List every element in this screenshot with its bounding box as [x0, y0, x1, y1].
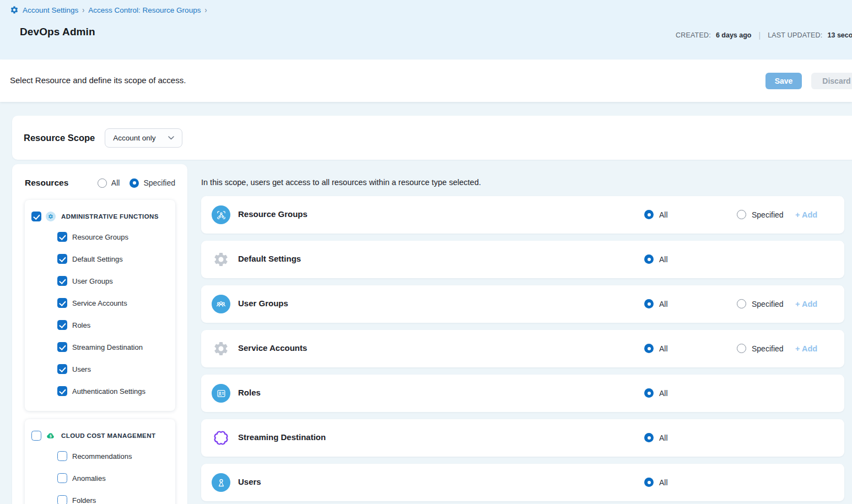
breadcrumb-separator-icon: › [82, 5, 84, 15]
item-checkbox[interactable] [57, 298, 67, 308]
row-all-radio[interactable]: All [644, 344, 668, 353]
page-title: DevOps Admin [20, 26, 95, 38]
group-header: $ CLOUD COST MANAGEMENT [25, 431, 175, 441]
row-name: Service Accounts [238, 343, 307, 353]
resource-scope-selected-value: Account only [113, 134, 155, 142]
resource-item-row[interactable]: Resource Groups [25, 226, 175, 248]
row-all-radio[interactable]: All [644, 299, 668, 308]
row-name: Resource Groups [238, 209, 308, 219]
radio-icon[interactable] [737, 210, 746, 219]
resource-item-row[interactable]: Authentication Settings [25, 380, 175, 402]
row-all-radio[interactable]: All [644, 254, 668, 264]
breadcrumb-account-settings[interactable]: Account Settings [23, 6, 78, 14]
resource-item-row[interactable]: Service Accounts [25, 292, 175, 314]
item-checkbox[interactable] [57, 342, 67, 352]
page-header: Account Settings › Access Control: Resou… [0, 0, 852, 59]
row-name: User Groups [238, 299, 288, 308]
radio-icon[interactable] [644, 254, 654, 264]
roles-icon [212, 384, 230, 403]
radio-icon[interactable] [98, 178, 107, 188]
row-all-radio[interactable]: All [644, 210, 668, 219]
resource-group-card: $ CLOUD COST MANAGEMENT Recommendations … [25, 419, 175, 504]
discard-button[interactable]: Discard [811, 73, 852, 89]
resource-item-row[interactable]: Streaming Destination [25, 336, 175, 358]
specified-label: Specified [752, 300, 784, 308]
created-label: CREATED: [676, 31, 711, 39]
row-name: Roles [238, 388, 261, 397]
row-all-radio[interactable]: All [644, 388, 668, 398]
radio-icon[interactable] [737, 299, 746, 308]
radio-icon[interactable] [644, 210, 654, 219]
breadcrumb-separator-icon: › [204, 5, 207, 15]
item-checkbox[interactable] [57, 386, 67, 396]
item-checkbox[interactable] [57, 320, 67, 330]
resources-mode-radios: All Specified [98, 178, 175, 188]
radio-icon[interactable] [644, 299, 654, 308]
item-label: User Groups [72, 277, 113, 285]
radio-icon[interactable] [644, 344, 654, 353]
item-label: Streaming Destination [72, 343, 143, 351]
last-updated-value: 13 seconds ago [828, 31, 852, 39]
resource-item-row[interactable]: Default Settings [25, 248, 175, 270]
all-label: All [659, 478, 668, 487]
resource-item-row[interactable]: Anomalies [25, 467, 175, 489]
radio-icon[interactable] [737, 344, 746, 353]
item-checkbox[interactable] [57, 495, 67, 504]
access-control-page: Account Settings › Access Control: Resou… [0, 0, 852, 504]
item-checkbox[interactable] [57, 364, 67, 374]
row-specified-radio[interactable]: Specified [737, 344, 784, 353]
group-checkbox[interactable] [31, 431, 41, 441]
group-items: Recommendations Anomalies Folders [25, 445, 175, 504]
item-checkbox[interactable] [57, 254, 67, 264]
resource-scope-card: Resource Scope Account only [12, 116, 852, 160]
radio-icon[interactable] [644, 388, 654, 398]
resource-row-card: Streaming Destination All [201, 419, 844, 457]
specified-label: Specified [752, 210, 784, 219]
settings-gear-icon [10, 6, 19, 14]
radio-icon[interactable] [644, 478, 654, 487]
item-checkbox[interactable] [57, 451, 67, 461]
resource-row-card: User Groups All Specified + Add [201, 285, 844, 323]
row-all-radio[interactable]: All [644, 478, 668, 487]
item-checkbox[interactable] [57, 473, 67, 483]
users-icon [212, 473, 230, 492]
radio-icon[interactable] [644, 433, 654, 442]
resources-title: Resources [25, 178, 68, 188]
save-button[interactable]: Save [765, 73, 802, 89]
row-all-radio[interactable]: All [644, 433, 668, 442]
row-specified-radio[interactable]: Specified [737, 299, 784, 308]
resource-row-card: Roles All [201, 375, 844, 412]
item-label: Resource Groups [72, 233, 128, 241]
add-button[interactable]: + Add [795, 344, 817, 353]
resource-scope-dropdown[interactable]: Account only [105, 128, 182, 148]
item-label: Roles [72, 321, 90, 329]
specified-label: Specified [752, 344, 784, 353]
created-value: 6 days ago [716, 31, 752, 39]
resources-specified-radio[interactable]: Specified [130, 178, 175, 188]
item-checkbox[interactable] [57, 232, 67, 242]
resource-item-row[interactable]: Folders [25, 489, 175, 504]
all-label: All [659, 389, 668, 398]
resource-item-row[interactable]: Roles [25, 314, 175, 336]
resource-scope-label: Resource Scope [24, 133, 95, 143]
resource-row-card: Service Accounts All Specified + Add [201, 330, 844, 367]
resource-item-row[interactable]: Recommendations [25, 445, 175, 467]
group-header: ADMINISTRATIVE FUNCTIONS [25, 212, 175, 221]
all-label: All [659, 433, 668, 442]
breadcrumb-access-control[interactable]: Access Control: Resource Groups [88, 6, 201, 14]
add-button[interactable]: + Add [795, 300, 817, 308]
item-checkbox[interactable] [57, 276, 67, 286]
resource-row-card: Users All [201, 464, 844, 501]
group-checkbox[interactable] [31, 212, 41, 221]
add-button[interactable]: + Add [795, 210, 817, 219]
group-label: ADMINISTRATIVE FUNCTIONS [61, 213, 159, 220]
user-groups-icon [212, 295, 230, 313]
chevron-down-icon [168, 136, 174, 140]
resource-item-row[interactable]: Users [25, 358, 175, 380]
resources-all-radio[interactable]: All [98, 178, 120, 188]
toolbar-description: Select Resource and define its scope of … [10, 75, 186, 85]
radio-icon[interactable] [130, 178, 139, 188]
resource-item-row[interactable]: User Groups [25, 270, 175, 292]
row-specified-radio[interactable]: Specified [737, 210, 784, 219]
item-label: Default Settings [72, 255, 123, 263]
